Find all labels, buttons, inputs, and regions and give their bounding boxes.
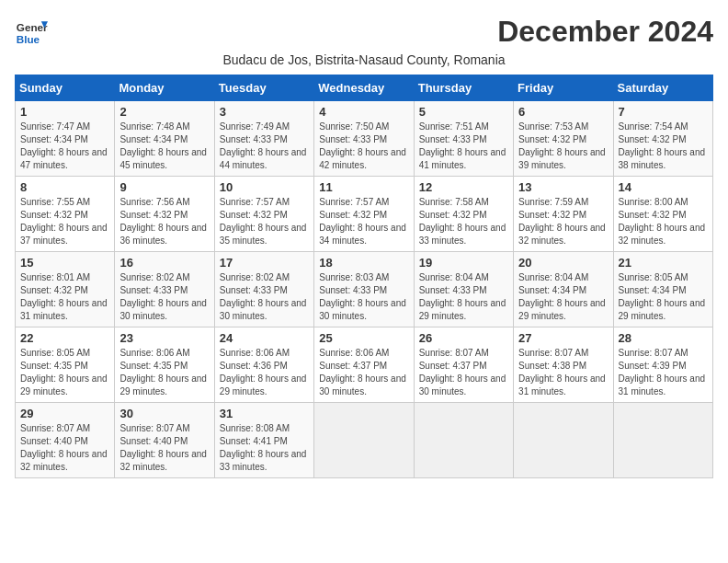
day-info: Sunrise: 7:59 AMSunset: 4:32 PMDaylight:… — [518, 196, 608, 247]
header: General Blue December 2024 — [15, 15, 713, 49]
day-number: 24 — [220, 331, 309, 345]
calendar-cell: 17Sunrise: 8:02 AMSunset: 4:33 PMDayligh… — [214, 252, 313, 327]
day-info: Sunrise: 8:06 AMSunset: 4:36 PMDaylight:… — [220, 347, 309, 398]
subtitle: Budacu de Jos, Bistrita-Nasaud County, R… — [15, 52, 713, 67]
calendar-cell: 13Sunrise: 7:59 AMSunset: 4:32 PMDayligh… — [514, 177, 613, 252]
calendar-cell: 23Sunrise: 8:06 AMSunset: 4:35 PMDayligh… — [115, 327, 214, 403]
day-info: Sunrise: 7:57 AMSunset: 4:32 PMDaylight:… — [220, 196, 309, 247]
logo: General Blue — [15, 15, 48, 48]
calendar-cell — [314, 403, 414, 478]
calendar-cell: 29Sunrise: 8:07 AMSunset: 4:40 PMDayligh… — [16, 403, 115, 478]
day-info: Sunrise: 8:02 AMSunset: 4:33 PMDaylight:… — [119, 271, 209, 323]
day-of-week-header: Friday — [514, 75, 613, 101]
day-number: 9 — [119, 180, 209, 194]
calendar-cell: 7Sunrise: 7:54 AMSunset: 4:32 PMDaylight… — [613, 101, 712, 177]
calendar-cell: 8Sunrise: 7:55 AMSunset: 4:32 PMDaylight… — [16, 177, 115, 252]
calendar-cell: 22Sunrise: 8:05 AMSunset: 4:35 PMDayligh… — [16, 327, 115, 403]
day-number: 20 — [518, 256, 608, 270]
calendar-cell: 5Sunrise: 7:51 AMSunset: 4:33 PMDaylight… — [414, 101, 513, 177]
day-number: 7 — [619, 105, 708, 119]
logo-icon: General Blue — [15, 15, 48, 48]
calendar-cell: 19Sunrise: 8:04 AMSunset: 4:33 PMDayligh… — [414, 252, 513, 327]
day-info: Sunrise: 8:00 AMSunset: 4:32 PMDaylight:… — [619, 196, 708, 247]
calendar-cell: 3Sunrise: 7:49 AMSunset: 4:33 PMDaylight… — [214, 101, 313, 177]
day-number: 11 — [319, 180, 408, 194]
day-info: Sunrise: 8:04 AMSunset: 4:34 PMDaylight:… — [518, 271, 608, 323]
day-number: 2 — [119, 105, 209, 119]
day-info: Sunrise: 7:49 AMSunset: 4:33 PMDaylight:… — [220, 121, 309, 172]
calendar-cell: 24Sunrise: 8:06 AMSunset: 4:36 PMDayligh… — [214, 327, 313, 403]
day-info: Sunrise: 8:07 AMSunset: 4:40 PMDaylight:… — [119, 422, 209, 474]
calendar-cell: 28Sunrise: 8:07 AMSunset: 4:39 PMDayligh… — [613, 327, 712, 403]
day-of-week-header: Tuesday — [214, 75, 313, 101]
day-info: Sunrise: 8:06 AMSunset: 4:37 PMDaylight:… — [319, 347, 408, 398]
day-number: 3 — [220, 105, 309, 119]
month-title: December 2024 — [497, 15, 713, 49]
calendar-cell: 20Sunrise: 8:04 AMSunset: 4:34 PMDayligh… — [514, 252, 613, 327]
day-number: 4 — [319, 105, 408, 119]
day-of-week-header: Sunday — [16, 75, 115, 101]
calendar-cell: 15Sunrise: 8:01 AMSunset: 4:32 PMDayligh… — [16, 252, 115, 327]
calendar-cell: 14Sunrise: 8:00 AMSunset: 4:32 PMDayligh… — [613, 177, 712, 252]
svg-text:Blue: Blue — [17, 33, 40, 45]
calendar-cell: 31Sunrise: 8:08 AMSunset: 4:41 PMDayligh… — [214, 403, 313, 478]
day-number: 19 — [419, 256, 508, 270]
day-number: 6 — [518, 105, 608, 119]
calendar-cell: 27Sunrise: 8:07 AMSunset: 4:38 PMDayligh… — [514, 327, 613, 403]
calendar-cell: 11Sunrise: 7:57 AMSunset: 4:32 PMDayligh… — [314, 177, 414, 252]
day-info: Sunrise: 8:03 AMSunset: 4:33 PMDaylight:… — [319, 271, 408, 323]
day-info: Sunrise: 8:07 AMSunset: 4:40 PMDaylight:… — [20, 422, 109, 474]
day-number: 12 — [419, 180, 508, 194]
calendar-cell: 2Sunrise: 7:48 AMSunset: 4:34 PMDaylight… — [115, 101, 214, 177]
day-number: 29 — [20, 407, 109, 420]
day-number: 25 — [319, 331, 408, 345]
calendar-cell: 16Sunrise: 8:02 AMSunset: 4:33 PMDayligh… — [115, 252, 214, 327]
day-info: Sunrise: 7:47 AMSunset: 4:34 PMDaylight:… — [20, 121, 109, 172]
day-number: 15 — [20, 256, 109, 270]
day-info: Sunrise: 7:55 AMSunset: 4:32 PMDaylight:… — [20, 196, 109, 247]
day-info: Sunrise: 7:50 AMSunset: 4:33 PMDaylight:… — [319, 121, 408, 172]
calendar-cell: 18Sunrise: 8:03 AMSunset: 4:33 PMDayligh… — [314, 252, 414, 327]
calendar-cell: 9Sunrise: 7:56 AMSunset: 4:32 PMDaylight… — [115, 177, 214, 252]
calendar-cell — [414, 403, 513, 478]
day-info: Sunrise: 7:56 AMSunset: 4:32 PMDaylight:… — [119, 196, 209, 247]
day-info: Sunrise: 7:51 AMSunset: 4:33 PMDaylight:… — [419, 121, 508, 172]
day-info: Sunrise: 8:07 AMSunset: 4:37 PMDaylight:… — [419, 347, 508, 398]
calendar: SundayMondayTuesdayWednesdayThursdayFrid… — [15, 75, 713, 478]
calendar-cell: 21Sunrise: 8:05 AMSunset: 4:34 PMDayligh… — [613, 252, 712, 327]
day-info: Sunrise: 8:04 AMSunset: 4:33 PMDaylight:… — [419, 271, 508, 323]
day-of-week-header: Thursday — [414, 75, 513, 101]
day-info: Sunrise: 8:07 AMSunset: 4:39 PMDaylight:… — [619, 347, 708, 398]
day-number: 1 — [20, 105, 109, 119]
calendar-cell: 25Sunrise: 8:06 AMSunset: 4:37 PMDayligh… — [314, 327, 414, 403]
day-info: Sunrise: 8:07 AMSunset: 4:38 PMDaylight:… — [518, 347, 608, 398]
calendar-cell: 10Sunrise: 7:57 AMSunset: 4:32 PMDayligh… — [214, 177, 313, 252]
calendar-cell: 12Sunrise: 7:58 AMSunset: 4:32 PMDayligh… — [414, 177, 513, 252]
day-info: Sunrise: 8:05 AMSunset: 4:35 PMDaylight:… — [20, 347, 109, 398]
day-number: 16 — [119, 256, 209, 270]
day-number: 27 — [518, 331, 608, 345]
calendar-cell: 26Sunrise: 8:07 AMSunset: 4:37 PMDayligh… — [414, 327, 513, 403]
day-number: 14 — [619, 180, 708, 194]
calendar-cell — [514, 403, 613, 478]
day-number: 23 — [119, 331, 209, 345]
day-info: Sunrise: 8:02 AMSunset: 4:33 PMDaylight:… — [220, 271, 309, 323]
day-info: Sunrise: 7:57 AMSunset: 4:32 PMDaylight:… — [319, 196, 408, 247]
day-info: Sunrise: 8:01 AMSunset: 4:32 PMDaylight:… — [20, 271, 109, 323]
day-info: Sunrise: 8:05 AMSunset: 4:34 PMDaylight:… — [619, 271, 708, 323]
day-of-week-header: Wednesday — [314, 75, 414, 101]
day-info: Sunrise: 7:48 AMSunset: 4:34 PMDaylight:… — [119, 121, 209, 172]
day-info: Sunrise: 8:08 AMSunset: 4:41 PMDaylight:… — [220, 422, 309, 474]
calendar-cell — [613, 403, 712, 478]
day-number: 30 — [119, 407, 209, 420]
day-number: 21 — [619, 256, 708, 270]
day-number: 18 — [319, 256, 408, 270]
day-info: Sunrise: 7:54 AMSunset: 4:32 PMDaylight:… — [619, 121, 708, 172]
calendar-cell: 6Sunrise: 7:53 AMSunset: 4:32 PMDaylight… — [514, 101, 613, 177]
day-info: Sunrise: 8:06 AMSunset: 4:35 PMDaylight:… — [119, 347, 209, 398]
day-number: 13 — [518, 180, 608, 194]
day-of-week-header: Saturday — [613, 75, 712, 101]
day-of-week-header: Monday — [115, 75, 214, 101]
day-number: 28 — [619, 331, 708, 345]
calendar-header: SundayMondayTuesdayWednesdayThursdayFrid… — [16, 75, 713, 101]
